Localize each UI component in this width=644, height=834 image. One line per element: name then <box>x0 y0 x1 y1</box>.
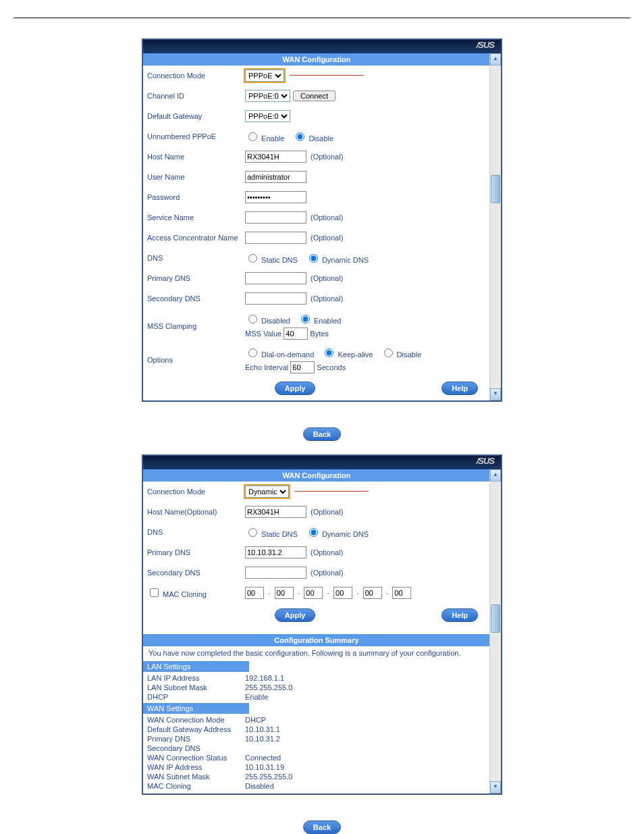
unnum-enable-option[interactable]: Enable <box>245 130 284 142</box>
summary-value: 10.10.31.19 <box>245 763 284 771</box>
unnum-disable-option[interactable]: Disable <box>292 130 333 142</box>
password-input[interactable] <box>245 191 306 203</box>
highlight-arrow <box>290 75 364 76</box>
primary-dns-label: Primary DNS <box>147 274 245 282</box>
scroll-down-icon[interactable]: ▼ <box>490 388 501 400</box>
host-name-input[interactable] <box>245 151 306 163</box>
user-name-input[interactable] <box>245 171 306 183</box>
wan-config-header: WAN Configuration <box>143 469 490 481</box>
optional-text: (Optional) <box>311 294 343 303</box>
host-name-label: Host Name <box>147 153 245 161</box>
summary-row: WAN IP Address10.10.31.19 <box>143 762 490 772</box>
summary-value: 10.10.31.1 <box>245 725 280 733</box>
optional-text: (Optional) <box>311 548 343 556</box>
channel-id-select[interactable]: PPPoE:0 <box>245 90 290 102</box>
access-concentrator-input[interactable] <box>245 232 306 244</box>
scroll-thumb[interactable] <box>491 175 500 203</box>
summary-value: 255.255.255.0 <box>245 773 292 781</box>
row-access-concentrator: Access Concentrator Name (Optional) <box>143 228 490 248</box>
connection-mode-select[interactable]: PPPoE <box>245 70 284 82</box>
optional-text: (Optional) <box>311 274 343 282</box>
unnumbered-pppoe-label: Unnumbered PPPoE <box>147 132 245 140</box>
summary-value: 10.10.31.2 <box>245 735 280 743</box>
highlight-arrow <box>294 491 369 492</box>
wan-config-pppoe-window: /SUS ▲ ▼ WAN Configuration Connection Mo… <box>142 38 502 402</box>
row-unnumbered-pppoe: Unnumbered PPPoE Enable Disable <box>143 126 490 147</box>
mac-input-5[interactable] <box>363 587 382 599</box>
static-dns-option[interactable]: Static DNS <box>245 526 298 538</box>
secondary-dns-label: Secondary DNS <box>147 294 245 303</box>
host-name-input[interactable] <box>245 506 306 518</box>
dns-label: DNS <box>147 254 245 262</box>
button-row: Apply Help <box>143 376 490 400</box>
scroll-up-icon[interactable]: ▲ <box>490 53 501 66</box>
secondary-dns-input[interactable] <box>245 567 306 579</box>
primary-dns-input[interactable] <box>245 546 306 558</box>
connection-mode-select[interactable]: Dynamic <box>245 486 289 498</box>
summary-row: WAN Subnet Mask255.255.255.0 <box>143 772 490 781</box>
summary-row: WAN Connection ModeDHCP <box>143 715 490 725</box>
back-button[interactable]: Back <box>303 427 341 441</box>
help-button[interactable]: Help <box>441 382 478 395</box>
summary-key: Default Gateway Address <box>147 725 245 733</box>
access-concentrator-label: Access Concentrator Name <box>147 234 245 242</box>
row-service-name: Service Name (Optional) <box>143 207 490 228</box>
dial-on-demand-option[interactable]: Dial-on-demand <box>245 350 314 359</box>
echo-interval-input[interactable] <box>290 361 315 373</box>
mss-value-input[interactable] <box>284 328 308 340</box>
summary-row: Secondary DNS <box>143 744 490 753</box>
dynamic-dns-option[interactable]: Dynamic DNS <box>306 526 369 538</box>
mss-value-label: MSS Value <box>245 330 281 338</box>
row-primary-dns: Primary DNS (Optional) <box>143 268 490 288</box>
mac-input-6[interactable] <box>392 587 411 599</box>
mac-input-1[interactable] <box>245 587 264 599</box>
secondary-dns-input[interactable] <box>245 292 306 305</box>
keep-alive-option[interactable]: Keep-alive <box>321 350 373 359</box>
summary-intro: You have now completed the basic configu… <box>143 646 490 660</box>
default-gateway-select[interactable]: PPPoE:0 <box>245 110 290 122</box>
default-gateway-label: Default Gateway <box>147 112 245 120</box>
apply-button[interactable]: Apply <box>275 608 316 622</box>
row-connection-mode: Connection Mode Dynamic <box>143 481 490 502</box>
options-label: Options <box>147 356 245 364</box>
static-dns-option[interactable]: Static DNS <box>245 252 298 264</box>
button-row: Apply Help <box>143 603 490 627</box>
disable-option[interactable]: Disable <box>381 350 422 359</box>
scroll-down-icon[interactable]: ▼ <box>490 781 501 793</box>
apply-button[interactable]: Apply <box>275 382 316 395</box>
summary-value: DHCP <box>245 716 266 724</box>
row-password: Password <box>143 187 490 207</box>
user-name-label: User Name <box>147 173 245 181</box>
scrollbar[interactable]: ▲ ▼ <box>489 53 501 400</box>
mac-input-4[interactable] <box>333 587 352 599</box>
mac-cloning-label: MAC Cloning <box>147 586 245 599</box>
summary-key: Secondary DNS <box>147 744 245 752</box>
mac-input-2[interactable] <box>275 587 294 599</box>
row-secondary-dns: Secondary DNS (Optional) <box>143 288 490 309</box>
optional-text: (Optional) <box>311 569 343 577</box>
back-button[interactable]: Back <box>303 820 341 834</box>
dns-label: DNS <box>147 528 245 536</box>
mss-enabled-option[interactable]: Enabled <box>298 317 341 325</box>
row-mss-clamping: MSS Clamping Disabled Enabled MSS Value … <box>143 309 490 342</box>
mac-input-3[interactable] <box>304 587 323 599</box>
row-host-name: Host Name (Optional) <box>143 147 490 167</box>
row-options: Options Dial-on-demand Keep-alive Disabl… <box>143 342 490 376</box>
scroll-thumb[interactable] <box>491 604 500 633</box>
scrollbar[interactable]: ▲ ▼ <box>489 469 501 793</box>
primary-dns-input[interactable] <box>245 272 306 284</box>
service-name-input[interactable] <box>245 211 306 224</box>
lan-settings-header: LAN Settings <box>143 661 249 672</box>
brand-logo: /SUS <box>143 456 501 469</box>
summary-row: WAN Connection StatusConnected <box>143 753 490 762</box>
connect-button[interactable]: Connect <box>293 90 336 101</box>
wan-config-dynamic-window: /SUS ▲ ▼ WAN Configuration Connection Mo… <box>142 454 502 795</box>
summary-row: LAN Subnet Mask255.255.255.0 <box>143 683 490 692</box>
mss-disabled-option[interactable]: Disabled <box>245 317 290 325</box>
help-button[interactable]: Help <box>441 608 478 622</box>
dynamic-dns-option[interactable]: Dynamic DNS <box>306 252 369 264</box>
scroll-up-icon[interactable]: ▲ <box>490 469 501 481</box>
secondary-dns-label: Secondary DNS <box>147 569 245 577</box>
bytes-text: Bytes <box>310 330 329 338</box>
mac-cloning-checkbox[interactable] <box>150 588 159 597</box>
